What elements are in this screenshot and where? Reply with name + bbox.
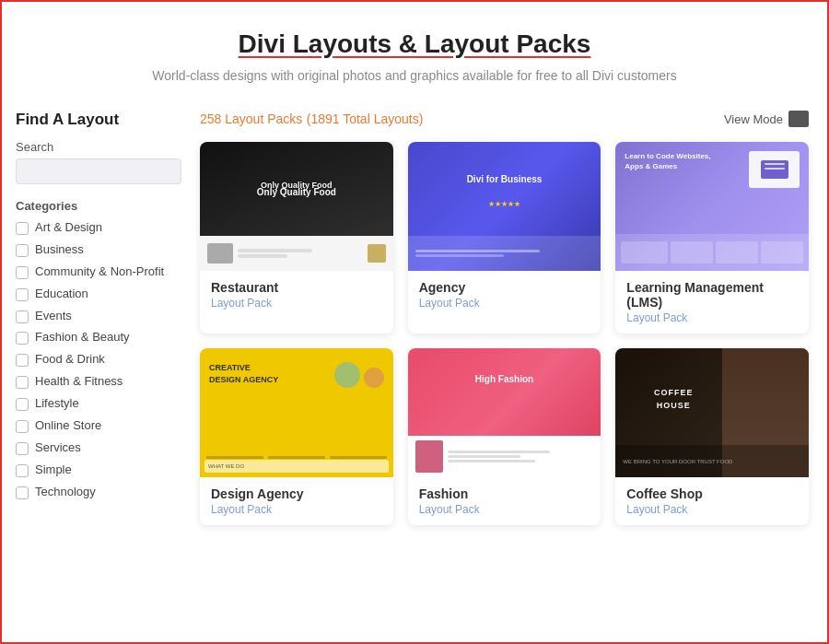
category-business[interactable]: Business bbox=[16, 242, 181, 258]
category-label-simple: Simple bbox=[35, 463, 72, 478]
card-info-coffee-shop: Coffee Shop Layout Pack bbox=[615, 477, 809, 525]
layout-card-coffee-shop[interactable]: COFFEEHOUSE WE BRING TO YOUR DOOR TRUST … bbox=[615, 348, 809, 525]
card-subtitle-agency: Layout Pack bbox=[419, 297, 590, 310]
page-subtitle: World-class designs with original photos… bbox=[20, 68, 809, 83]
page-header: Divi Layouts & Layout Packs World-class … bbox=[2, 2, 827, 92]
category-checkbox-fashion-beauty[interactable] bbox=[16, 332, 29, 345]
sidebar-title: Find A Layout bbox=[16, 111, 181, 129]
card-info-agency: Agency Layout Pack bbox=[408, 271, 601, 319]
category-label-education: Education bbox=[35, 287, 88, 302]
category-technology[interactable]: Technology bbox=[16, 485, 181, 500]
category-checkbox-online-store[interactable] bbox=[16, 420, 29, 433]
card-subtitle-lms: Layout Pack bbox=[626, 311, 798, 324]
layout-card-design-agency[interactable]: CREATIVEDESIGN AGENCY WHAT WE DO Design … bbox=[200, 348, 393, 525]
card-info-fashion: Fashion Layout Pack bbox=[408, 477, 601, 525]
card-subtitle-coffee-shop: Layout Pack bbox=[626, 503, 798, 516]
card-info-restaurant: Restaurant Layout Pack bbox=[200, 271, 393, 319]
category-label-fashion-beauty: Fashion & Beauty bbox=[35, 330, 130, 345]
card-subtitle-restaurant: Layout Pack bbox=[211, 297, 382, 310]
category-simple[interactable]: Simple bbox=[16, 463, 181, 478]
card-subtitle-fashion: Layout Pack bbox=[419, 503, 590, 516]
card-image-restaurant: Only Quality Food bbox=[200, 142, 393, 271]
packs-count: 258 Layout Packs (1891 Total Layouts) bbox=[200, 111, 423, 126]
category-lifestyle[interactable]: Lifestyle bbox=[16, 396, 181, 412]
main-layout: Find A Layout Search Categories Art & De… bbox=[2, 92, 827, 544]
category-label-art-design: Art & Design bbox=[35, 220, 102, 236]
card-info-design-agency: Design Agency Layout Pack bbox=[200, 477, 393, 525]
layout-count-container: 258 Layout Packs (1891 Total Layouts) bbox=[200, 111, 423, 127]
card-title-agency: Agency bbox=[419, 280, 590, 295]
card-info-lms: Learning Management (LMS) Layout Pack bbox=[615, 271, 809, 334]
layout-grid: Only Quality Food Restaurant Layout Pack… bbox=[200, 142, 809, 525]
category-label-technology: Technology bbox=[35, 485, 96, 500]
category-label-business: Business bbox=[35, 242, 84, 258]
view-mode-container[interactable]: View Mode bbox=[724, 111, 809, 127]
card-subtitle-design-agency: Layout Pack bbox=[211, 503, 382, 516]
card-image-coffee-shop: COFFEEHOUSE WE BRING TO YOUR DOOR TRUST … bbox=[615, 348, 809, 477]
layout-card-agency[interactable]: Divi for Business ★★★★★ Agency Layout Pa… bbox=[408, 142, 601, 334]
category-health-fitness[interactable]: Health & Fitness bbox=[16, 374, 181, 390]
category-checkbox-lifestyle[interactable] bbox=[16, 398, 29, 411]
search-label: Search bbox=[16, 140, 181, 154]
category-checkbox-art-design[interactable] bbox=[16, 222, 29, 235]
category-label-lifestyle: Lifestyle bbox=[35, 396, 79, 412]
category-checkbox-services[interactable] bbox=[16, 442, 29, 455]
category-checkbox-technology[interactable] bbox=[16, 486, 29, 499]
category-label-online-store: Online Store bbox=[35, 418, 101, 434]
total-layouts: (1891 Total Layouts) bbox=[307, 111, 424, 126]
category-checkbox-simple[interactable] bbox=[16, 464, 29, 477]
view-mode-icon[interactable] bbox=[788, 111, 809, 127]
categories-list: Art & Design Business Community & Non-Pr… bbox=[16, 220, 181, 500]
layout-card-fashion[interactable]: High Fashion Fashion Layout Pack bbox=[408, 348, 601, 525]
card-title-restaurant: Restaurant bbox=[211, 280, 382, 295]
layout-card-restaurant[interactable]: Only Quality Food Restaurant Layout Pack bbox=[200, 142, 393, 334]
category-label-events: Events bbox=[35, 309, 72, 324]
category-online-store[interactable]: Online Store bbox=[16, 418, 181, 434]
categories-title: Categories bbox=[16, 199, 181, 213]
category-checkbox-events[interactable] bbox=[16, 310, 29, 323]
category-label-services: Services bbox=[35, 440, 81, 456]
category-events[interactable]: Events bbox=[16, 309, 181, 324]
category-label-community: Community & Non-Profit bbox=[35, 264, 164, 280]
category-checkbox-health-fitness[interactable] bbox=[16, 376, 29, 389]
category-fashion-beauty[interactable]: Fashion & Beauty bbox=[16, 330, 181, 345]
category-checkbox-food-drink[interactable] bbox=[16, 354, 29, 367]
view-mode-label: View Mode bbox=[724, 112, 783, 126]
card-title-design-agency: Design Agency bbox=[211, 486, 382, 501]
page-title: Divi Layouts & Layout Packs bbox=[20, 29, 809, 59]
category-art-design[interactable]: Art & Design bbox=[16, 220, 181, 236]
category-community[interactable]: Community & Non-Profit bbox=[16, 264, 181, 280]
category-services[interactable]: Services bbox=[16, 440, 181, 456]
category-checkbox-business[interactable] bbox=[16, 244, 29, 257]
category-food-drink[interactable]: Food & Drink bbox=[16, 352, 181, 368]
category-label-food-drink: Food & Drink bbox=[35, 352, 105, 368]
category-checkbox-community[interactable] bbox=[16, 266, 29, 279]
sidebar: Find A Layout Search Categories Art & De… bbox=[16, 111, 181, 525]
content-area: 258 Layout Packs (1891 Total Layouts) Vi… bbox=[200, 111, 809, 525]
card-image-agency: Divi for Business ★★★★★ bbox=[408, 142, 601, 271]
card-title-lms: Learning Management (LMS) bbox=[626, 280, 798, 310]
search-input[interactable] bbox=[16, 158, 181, 184]
category-label-health-fitness: Health & Fitness bbox=[35, 374, 123, 390]
card-image-design-agency: CREATIVEDESIGN AGENCY WHAT WE DO bbox=[200, 348, 393, 477]
content-header: 258 Layout Packs (1891 Total Layouts) Vi… bbox=[200, 111, 809, 127]
card-title-fashion: Fashion bbox=[419, 486, 590, 501]
category-education[interactable]: Education bbox=[16, 287, 181, 302]
card-image-lms: Learn to Code Websites,Apps & Games bbox=[615, 142, 809, 271]
layout-card-lms[interactable]: Learn to Code Websites,Apps & Games bbox=[615, 142, 809, 334]
category-checkbox-education[interactable] bbox=[16, 288, 29, 301]
card-title-coffee-shop: Coffee Shop bbox=[626, 486, 798, 501]
card-image-fashion: High Fashion bbox=[408, 348, 601, 477]
